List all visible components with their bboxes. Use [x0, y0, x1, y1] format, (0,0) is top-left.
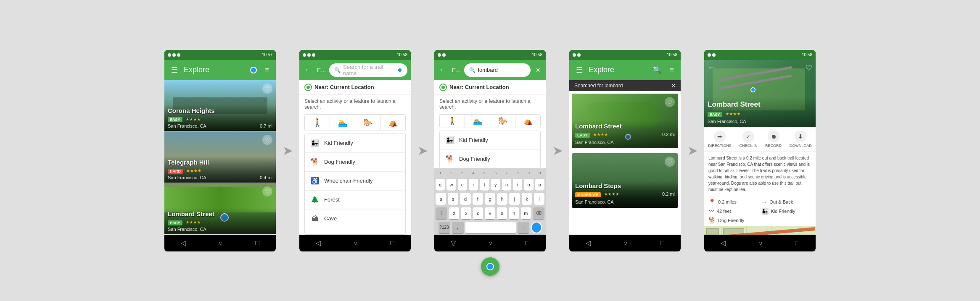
back-btn-2[interactable]: ◁ — [316, 239, 321, 247]
heart-icon-corona[interactable]: ♡ — [262, 84, 272, 94]
menu-icon-4[interactable]: ☰ — [574, 64, 584, 76]
home-btn-4[interactable]: ○ — [623, 239, 628, 247]
trail-meta-left-t: HARD — [168, 167, 201, 174]
key-space[interactable] — [465, 222, 516, 233]
activity-water[interactable]: 🏊 — [330, 115, 355, 131]
key-i[interactable]: i — [513, 179, 522, 191]
heart-icon-r1[interactable]: ♡ — [665, 97, 675, 107]
home-btn-3[interactable]: ○ — [489, 239, 493, 247]
action-record[interactable]: ⏺ RECORD — [765, 131, 782, 148]
search-bar-3: ← E... 🔍 lombard ✕ — [434, 60, 546, 80]
trail-card-lombard[interactable]: ♡ Lombard Street EASY San Francisco, CA — [164, 183, 276, 235]
filter-wheelchair[interactable]: ♿ Wheelchair-Friendly — [305, 172, 405, 191]
action-directions[interactable]: ➡ DIRECTIONS — [708, 131, 732, 148]
recent-btn-1[interactable]: □ — [255, 239, 259, 247]
search-input-2[interactable]: 🔍 Search for a trail name — [329, 63, 407, 77]
filter-icon-1[interactable]: ≡ — [263, 64, 271, 76]
key-l[interactable]: l — [534, 193, 544, 205]
key-e[interactable]: e — [458, 179, 467, 191]
activity-camping[interactable]: ⛺ — [380, 115, 405, 131]
back-icon-2[interactable]: ← — [303, 64, 314, 76]
filter-cave[interactable]: 🏔 Cave — [305, 209, 405, 228]
key-m[interactable]: m — [521, 207, 531, 219]
key-f[interactable]: f — [473, 193, 483, 205]
key-t[interactable]: t — [480, 179, 489, 191]
key-b[interactable]: b — [497, 207, 507, 219]
detail-map[interactable]: LOMBARD ST — [704, 226, 816, 235]
activity-hiking[interactable]: 🚶 — [305, 115, 330, 131]
key-d[interactable]: d — [460, 193, 470, 205]
filter-dog-3[interactable]: 🐕 Dog Friendly — [440, 150, 540, 168]
key-z[interactable]: z — [449, 207, 459, 219]
key-j[interactable]: j — [509, 193, 520, 205]
result-meta-r1: EASY 0.2 mi — [575, 131, 675, 138]
key-h[interactable]: h — [497, 193, 507, 205]
key-period[interactable]: . — [518, 222, 529, 233]
key-n[interactable]: n — [509, 207, 519, 219]
detail-heart[interactable]: ♡ — [806, 63, 812, 73]
activity-horse[interactable]: 🐎 — [355, 115, 380, 131]
menu-icon[interactable]: ☰ — [169, 64, 180, 76]
home-btn-2[interactable]: ○ — [354, 239, 358, 247]
recent-btn-4[interactable]: □ — [660, 239, 664, 247]
filter-dog-friendly[interactable]: 🐕 Dog Friendly — [305, 153, 405, 172]
key-c[interactable]: c — [473, 207, 483, 219]
activity-horse-3[interactable]: 🐎 — [490, 115, 515, 128]
key-k[interactable]: k — [522, 193, 532, 205]
key-v[interactable]: v — [485, 207, 495, 219]
filter-icon-4[interactable]: ≡ — [668, 64, 676, 76]
key-shift[interactable]: ⇧ — [436, 207, 447, 219]
heart-icon-r2[interactable]: ♡ — [665, 157, 675, 167]
activity-water-3[interactable]: 🏊 — [465, 115, 490, 128]
recent-btn-2[interactable]: □ — [390, 239, 394, 247]
key-x[interactable]: x — [461, 207, 471, 219]
search-icon-1[interactable] — [248, 65, 259, 75]
action-checkin[interactable]: ✓ CHECK IN — [739, 131, 757, 148]
filter-forest[interactable]: 🌲 Forest — [305, 191, 405, 209]
detail-back-btn[interactable]: ← — [708, 63, 715, 72]
key-num-switch[interactable]: ?123 — [438, 222, 450, 233]
key-o[interactable]: o — [524, 179, 533, 191]
key-g[interactable]: g — [485, 193, 495, 205]
search-icon-4[interactable]: 🔍 — [651, 64, 663, 76]
filter-kid-3[interactable]: 👨‍👧 Kid Friendly — [440, 131, 540, 150]
activity-camping-3[interactable]: ⛺ — [515, 115, 540, 128]
key-y[interactable]: y — [491, 179, 500, 191]
trail-card-telegraph[interactable]: ♡ Telegraph Hill HARD San Francisco, CA — [164, 131, 276, 183]
filter-forest-label: Forest — [324, 196, 340, 203]
filter-beach[interactable]: 🌴 Beach — [305, 228, 405, 235]
search-input-3[interactable]: 🔍 lombard — [464, 63, 531, 77]
key-s[interactable]: s — [448, 193, 458, 205]
back-btn-5[interactable]: ◁ — [721, 239, 726, 247]
activity-hiking-3[interactable]: 🚶 — [440, 115, 465, 128]
result-card-lombard-steps[interactable]: ♡ Lombard Steps MODERATE 0.2 mi San Fran… — [572, 153, 678, 208]
close-banner[interactable]: ✕ — [671, 83, 676, 89]
heart-icon-telegraph[interactable]: ♡ — [262, 135, 272, 145]
back-icon-3[interactable]: ← — [438, 64, 449, 76]
back-btn-1[interactable]: ◁ — [181, 239, 186, 247]
key-u[interactable]: u — [502, 179, 511, 191]
key-comma[interactable]: , — [452, 222, 464, 233]
activity-icons-2: 🚶 🏊 🐎 ⛺ — [304, 114, 406, 131]
key-enter[interactable] — [531, 222, 542, 233]
key-w[interactable]: w — [446, 179, 456, 191]
home-btn-5[interactable]: ○ — [758, 239, 763, 247]
key-p[interactable]: p — [535, 179, 544, 191]
key-r[interactable]: r — [469, 179, 478, 191]
filter-dog-icon: 🐕 — [310, 157, 320, 167]
key-delete[interactable]: ⌫ — [533, 207, 544, 219]
back-btn-4[interactable]: ◁ — [586, 239, 591, 247]
result-card-lombard-street[interactable]: ♡ Lombard Street EASY 0.2 mi San Francis… — [572, 94, 678, 148]
recent-btn-5[interactable]: □ — [795, 239, 799, 247]
filter-kid-friendly[interactable]: 👨‍👧 Kid Friendly — [305, 134, 405, 153]
trail-card-corona[interactable]: ♡ Corona Heights EASY San Francisco, CA — [164, 80, 276, 132]
key-q[interactable]: q — [436, 179, 445, 191]
key-a[interactable]: a — [436, 193, 446, 205]
action-download[interactable]: ⬇ DOWNLOAD — [790, 131, 812, 148]
recent-btn-3[interactable]: □ — [525, 239, 529, 247]
home-btn-1[interactable]: ○ — [219, 239, 223, 247]
clear-search-3[interactable]: ✕ — [534, 65, 542, 75]
key-row-4: ?123 , . — [434, 220, 546, 235]
heart-icon-lombard[interactable]: ♡ — [262, 186, 272, 196]
back-btn-3[interactable]: ▽ — [451, 239, 456, 247]
